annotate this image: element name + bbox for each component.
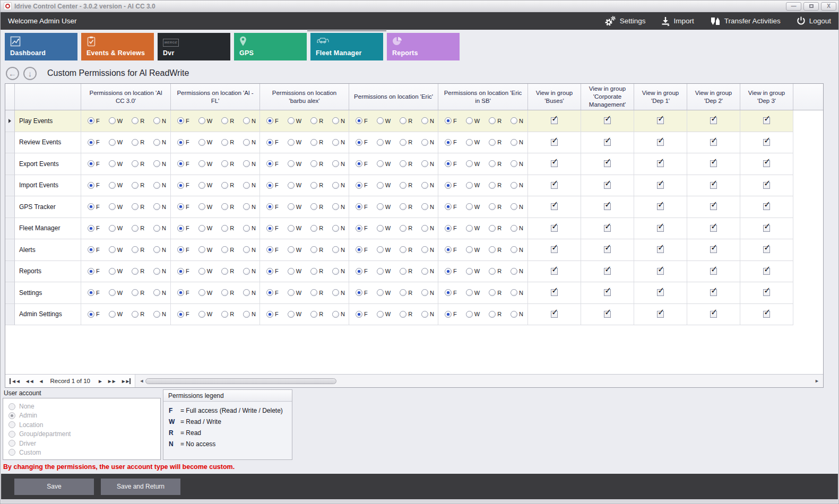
logout-button[interactable]: Logout [797,16,831,25]
group-checkbox[interactable]: ✓ [710,182,717,189]
radio-icon[interactable] [8,440,15,447]
permission-radio-f[interactable]: F [356,160,368,167]
permission-radio-n[interactable]: N [511,225,523,232]
group-checkbox[interactable]: ✓ [657,182,664,189]
radio-icon[interactable] [198,203,205,210]
radio-icon[interactable] [288,203,295,210]
permission-radio-n[interactable]: N [511,203,523,210]
permission-radio-f[interactable]: F [356,246,368,253]
permission-radio-w[interactable]: W [466,117,480,124]
column-header-group[interactable]: View in group 'Dep 1' [634,84,687,110]
radio-icon[interactable] [288,289,295,296]
permission-radio-n[interactable]: N [153,311,166,318]
permission-radio-r[interactable]: R [221,311,234,318]
radio-icon[interactable] [489,289,496,296]
radio-icon[interactable] [377,311,384,318]
permission-radio-n[interactable]: N [332,160,345,167]
group-checkbox[interactable]: ✓ [604,182,611,189]
radio-icon[interactable] [153,160,160,167]
radio-icon[interactable] [310,203,317,210]
radio-icon[interactable] [177,246,184,253]
permission-radio-f[interactable]: F [356,225,368,232]
permission-radio-n[interactable]: N [511,289,523,296]
group-checkbox[interactable]: ✓ [551,203,558,210]
permission-radio-n[interactable]: N [332,225,345,232]
radio-icon[interactable] [400,117,406,124]
permission-radio-n[interactable]: N [153,160,166,167]
radio-icon[interactable] [356,289,362,296]
permission-radio-n[interactable]: N [243,117,256,124]
permission-radio-r[interactable]: R [132,246,144,253]
radio-icon[interactable] [177,182,184,189]
permission-radio-f[interactable]: F [445,311,457,318]
radio-icon[interactable] [109,289,116,296]
group-checkbox[interactable]: ✓ [657,246,664,253]
radio-icon[interactable] [177,225,184,232]
permission-radio-r[interactable]: R [132,139,144,146]
table-row[interactable]: AlertsFWRNFWRNFWRNFWRNFWRN✓✓✓✓✓ [5,239,823,261]
permission-radio-w[interactable]: W [288,182,301,189]
radio-icon[interactable] [243,246,250,253]
permission-radio-r[interactable]: R [310,117,323,124]
column-header-group[interactable]: View in group 'Corporate Management' [581,84,634,110]
permission-radio-w[interactable]: W [198,246,212,253]
radio-icon[interactable] [421,117,428,124]
radio-icon[interactable] [198,311,205,318]
radio-icon[interactable] [421,160,428,167]
radio-icon[interactable] [132,182,139,189]
radio-icon[interactable] [400,289,406,296]
radio-icon[interactable] [356,117,362,124]
radio-icon[interactable] [266,117,273,124]
radio-icon[interactable] [466,160,473,167]
radio-icon[interactable] [198,117,205,124]
permission-radio-r[interactable]: R [221,160,234,167]
radio-icon[interactable] [377,225,384,232]
permission-radio-w[interactable]: W [377,139,391,146]
permission-radio-f[interactable]: F [266,246,279,253]
radio-icon[interactable] [400,203,406,210]
radio-icon[interactable] [511,268,517,275]
tab-dvr[interactable]: MERGE Dvr [158,33,230,60]
radio-icon[interactable] [445,203,452,210]
permission-radio-n[interactable]: N [153,289,166,296]
radio-icon[interactable] [109,225,116,232]
permission-radio-r[interactable]: R [132,268,144,275]
column-header-location[interactable]: Permissions on location 'Eric' [349,84,438,110]
radio-icon[interactable] [377,117,384,124]
down-button[interactable]: ↓ [23,67,37,80]
radio-icon[interactable] [445,289,452,296]
permission-radio-r[interactable]: R [310,139,323,146]
radio-icon[interactable] [198,289,205,296]
table-row[interactable]: SettingsFWRNFWRNFWRNFWRNFWRN✓✓✓✓✓ [5,282,823,304]
radio-icon[interactable] [489,268,496,275]
permission-radio-f[interactable]: F [445,289,457,296]
radio-icon[interactable] [421,246,428,253]
radio-icon[interactable] [511,139,517,146]
radio-icon[interactable] [356,182,362,189]
permission-radio-n[interactable]: N [153,182,166,189]
radio-icon[interactable] [153,225,160,232]
radio-icon[interactable] [109,203,116,210]
settings-button[interactable]: Settings [604,16,646,27]
radio-icon[interactable] [466,311,473,318]
permission-radio-f[interactable]: F [177,203,189,210]
radio-icon[interactable] [132,268,139,275]
permission-radio-w[interactable]: W [377,311,391,318]
permission-radio-n[interactable]: N [511,311,523,318]
permission-radio-n[interactable]: N [332,268,345,275]
permission-radio-r[interactable]: R [310,203,323,210]
group-checkbox[interactable]: ✓ [657,160,664,167]
radio-icon[interactable] [377,139,384,146]
radio-icon[interactable] [489,225,496,232]
permission-radio-f[interactable]: F [266,311,279,318]
permission-radio-r[interactable]: R [310,225,323,232]
radio-icon[interactable] [221,139,228,146]
radio-icon[interactable] [466,139,473,146]
permission-radio-r[interactable]: R [400,268,412,275]
permission-radio-n[interactable]: N [511,117,523,124]
radio-icon[interactable] [221,160,228,167]
prev-record-button[interactable]: ◄ [39,378,43,384]
permission-radio-w[interactable]: W [109,139,123,146]
next-page-button[interactable]: ►► [107,378,116,384]
group-checkbox[interactable]: ✓ [551,225,558,232]
